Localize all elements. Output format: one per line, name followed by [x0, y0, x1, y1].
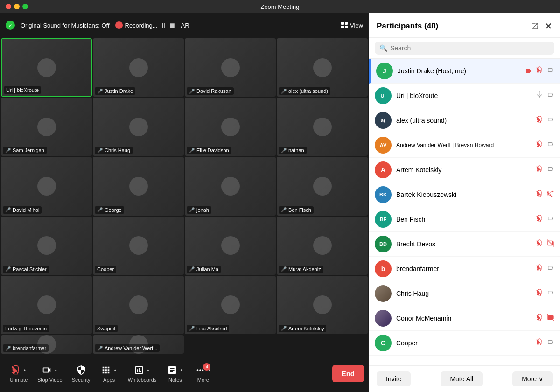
- mute-icon: 🎤: [281, 89, 287, 94]
- list-item[interactable]: C Cooper: [369, 331, 560, 356]
- video-participant-name: 🎤 alex (ultra sound): [279, 87, 330, 95]
- video-participant-name: 🎤 Lisa Akselrod: [187, 325, 229, 332]
- video-cell[interactable]: 🎤 David Mihal: [1, 157, 92, 215]
- video-cell[interactable]: 🎤 Murat Akdeniz: [277, 217, 368, 275]
- list-item[interactable]: b brendanfarmer: [369, 257, 560, 281]
- avatar: AV: [375, 137, 392, 154]
- sound-label: Original Sound for Musicians: Off: [21, 22, 110, 29]
- video-cell[interactable]: 🎤 Ben Fisch: [277, 157, 368, 215]
- video-participant-name: Ludwig Thouvenin: [3, 325, 49, 332]
- traffic-lights: [6, 4, 28, 9]
- video-cell[interactable]: Swapnil: [93, 276, 184, 334]
- video-cell[interactable]: 🎤 David Rakusan: [185, 38, 276, 97]
- whiteboards-button[interactable]: ▲ Whiteboards: [123, 361, 161, 386]
- ar-label[interactable]: AR: [181, 22, 189, 29]
- participant-controls: [536, 314, 554, 323]
- close-button[interactable]: [6, 4, 11, 9]
- video-cell[interactable]: 🎤 Ellie Davidson: [185, 98, 276, 156]
- panel-footer: Invite Mute All More ∨: [369, 365, 560, 392]
- video-arrow[interactable]: ▲: [54, 368, 58, 372]
- fullscreen-button[interactable]: [22, 4, 28, 9]
- video-cell[interactable]: 🎤 Chris Haug: [93, 98, 184, 156]
- search-input[interactable]: [390, 44, 550, 52]
- video-cell[interactable]: 🎤 Sam Jernigan: [1, 98, 92, 156]
- pause-button[interactable]: ⏸: [160, 21, 167, 29]
- more-button[interactable]: 4 ▲ More: [189, 361, 217, 386]
- view-button[interactable]: View: [341, 22, 363, 29]
- list-item[interactable]: UI Uri | bloXroute: [369, 84, 560, 108]
- video-name: Justin Drake: [105, 88, 133, 94]
- popout-button[interactable]: [531, 22, 539, 30]
- close-panel-button[interactable]: ✕: [545, 21, 553, 32]
- video-cell[interactable]: 🎤 Pascal Stichler: [1, 217, 92, 275]
- participant-name: Ben Fisch: [396, 216, 531, 223]
- notes-icon: ▲: [167, 365, 183, 375]
- video-participant-name: 🎤 brendanfarmer: [3, 344, 49, 352]
- list-item[interactable]: A Artem Kotelskiy: [369, 158, 560, 182]
- video-cell[interactable]: 🎤 nathan: [277, 98, 368, 156]
- security-button[interactable]: Security: [67, 361, 95, 386]
- avatar: UI: [375, 87, 392, 104]
- video-cell[interactable]: Ludwig Thouvenin: [1, 276, 92, 334]
- video-cell[interactable]: Cooper: [93, 217, 184, 275]
- minimize-button[interactable]: [14, 4, 20, 9]
- video-cell[interactable]: 🎤 alex (ultra sound): [277, 38, 368, 97]
- more-options-button[interactable]: More ∨: [512, 371, 553, 386]
- camera-icon: ▲: [42, 365, 58, 375]
- list-item[interactable]: Conor McMenamin: [369, 306, 560, 331]
- whiteboards-arrow[interactable]: ▲: [146, 368, 150, 372]
- stop-video-label: Stop Video: [37, 377, 63, 383]
- apps-button[interactable]: ▲ Apps: [95, 361, 123, 386]
- shield-icon: ✓: [6, 21, 15, 30]
- camera-icon: [547, 338, 554, 348]
- mute-icon: 🎤: [5, 207, 11, 212]
- video-cell[interactable]: 🎤 Justin Drake: [93, 38, 184, 97]
- video-cell[interactable]: 🎤 jonah: [185, 157, 276, 215]
- stop-button[interactable]: ⏹: [169, 21, 175, 29]
- mic-muted-icon: [536, 116, 543, 125]
- camera-icon: [547, 215, 554, 224]
- apps-arrow[interactable]: ▲: [113, 368, 117, 372]
- mic-muted-icon: [536, 338, 543, 348]
- participant-name: Artem Kotelskiy: [396, 166, 531, 174]
- video-name: jonah: [196, 207, 209, 213]
- video-cell[interactable]: 🎤 Julian Ma: [185, 217, 276, 275]
- mute-all-button[interactable]: Mute All: [441, 371, 483, 386]
- video-participant-name: 🎤 Andrew Van der Werf...: [95, 344, 160, 352]
- participant-controls: [536, 116, 554, 125]
- list-item[interactable]: BF Ben Fisch: [369, 207, 560, 232]
- list-item[interactable]: Chris Haug: [369, 281, 560, 306]
- camera-icon: [547, 165, 554, 175]
- video-cell[interactable]: 🎤 Artem Kotelskiy: [277, 276, 368, 334]
- participant-controls: [536, 140, 554, 150]
- video-name: Julian Ma: [196, 266, 218, 272]
- video-cell[interactable]: 🎤 George: [93, 157, 184, 215]
- notes-button[interactable]: ▲ Notes: [161, 361, 189, 386]
- avatar: BK: [375, 186, 392, 203]
- camera-icon: [547, 289, 554, 298]
- unmute-arrow[interactable]: ▲: [23, 368, 27, 372]
- end-button[interactable]: End: [332, 365, 364, 382]
- camera-icon: [547, 116, 554, 125]
- video-cell[interactable]: Uri | bloXroute: [1, 38, 92, 97]
- unmute-button[interactable]: ▲ Unmute: [5, 361, 33, 386]
- video-participant-name: 🎤 Artem Kotelskiy: [279, 325, 326, 332]
- list-item[interactable]: BD Brecht Devos: [369, 232, 560, 257]
- panel-title: Participants (40): [377, 21, 438, 31]
- stop-video-button[interactable]: ▲ Stop Video: [33, 361, 67, 386]
- mute-icon: 🎤: [97, 89, 103, 94]
- mic-muted-icon: [536, 314, 543, 323]
- mute-icon: 🎤: [97, 148, 103, 153]
- video-cell[interactable]: 🎤 brendanfarmer: [1, 335, 92, 354]
- invite-button[interactable]: Invite: [377, 371, 411, 386]
- list-item[interactable]: J Justin Drake (Host, me) ⏺: [369, 59, 560, 84]
- video-grid: Uri | bloXroute 🎤 Justin Drake 🎤 D: [0, 37, 369, 355]
- video-cell[interactable]: 🎤 Andrew Van der Werf...: [93, 335, 184, 354]
- video-cell[interactable]: 🎤 Lisa Akselrod: [185, 276, 276, 334]
- list-item[interactable]: AV Andrew Van der Werff | Brevan Howard: [369, 133, 560, 158]
- notes-arrow[interactable]: ▲: [179, 368, 183, 372]
- list-item[interactable]: BK Bartek Kiepuszewski: [369, 182, 560, 207]
- list-item[interactable]: a( alex (ultra sound): [369, 108, 560, 133]
- video-participant-name: Cooper: [95, 266, 116, 273]
- camera-off-icon: [547, 239, 554, 249]
